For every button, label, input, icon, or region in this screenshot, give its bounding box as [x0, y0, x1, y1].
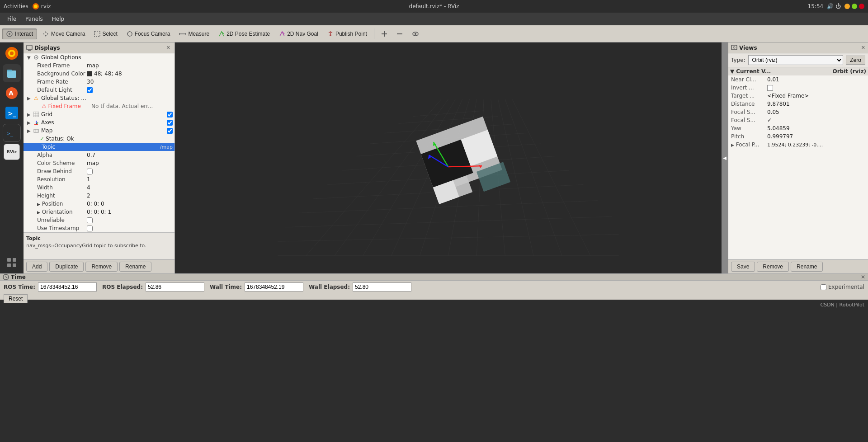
pose-estimate-button[interactable]: 2D Pose Estimate [214, 29, 274, 39]
bg-color-swatch[interactable] [87, 71, 92, 76]
time-header: Time ✕ [0, 274, 868, 281]
wall-time-input[interactable] [245, 282, 303, 292]
wall-elapsed-input[interactable] [353, 282, 411, 292]
viewport-3d[interactable] [175, 42, 722, 273]
dock-ubuntu-software[interactable]: A [3, 84, 21, 102]
global-status-label: Global Status: ... [41, 95, 173, 101]
dock-rviz[interactable]: RViz [4, 144, 20, 160]
fixed-frame-row: Fixed Frame map [24, 61, 175, 70]
window-controls[interactable] [844, 4, 864, 9]
views-save-button[interactable]: Save [731, 262, 755, 272]
svg-line-92 [6, 277, 7, 278]
select-icon [94, 31, 100, 37]
nav-goal-button[interactable]: 2D Nav Goal [275, 29, 322, 39]
current-view-header[interactable]: ▼ Current V... Orbit (rviz) [728, 67, 868, 75]
svg-text:A: A [9, 89, 14, 97]
publish-point-button[interactable]: Publish Point [323, 29, 371, 39]
map-checkbox[interactable] [167, 128, 173, 134]
default-light-checkbox[interactable] [87, 87, 93, 93]
global-options-label: Global Options [41, 54, 173, 61]
clock: 15:54 [808, 3, 824, 9]
topic-row[interactable]: Topic /map [24, 143, 175, 151]
use-timestamp-checkbox[interactable] [87, 226, 93, 231]
toolbar-minus-btn[interactable] [392, 29, 407, 39]
position-row: ▶ Position 0; 0; 0 [24, 200, 175, 208]
views-zero-btn[interactable]: Zero [846, 56, 865, 65]
focus-camera-button[interactable]: Focus Camera [123, 29, 175, 39]
invert-checkbox[interactable] [767, 85, 773, 91]
duplicate-button[interactable]: Duplicate [49, 262, 84, 272]
invert-row: Invert ... [728, 84, 868, 92]
views-rename-button[interactable]: Rename [791, 262, 823, 272]
rename-button[interactable]: Rename [119, 262, 151, 272]
svg-point-40 [36, 57, 37, 58]
menu-file[interactable]: File [4, 15, 20, 23]
interact-button[interactable]: Interact [2, 28, 37, 39]
views-type-select[interactable]: Orbit (rviz) FPS (rviz) Top-down Ortho (… [748, 55, 844, 65]
time-close-btn[interactable]: ✕ [861, 274, 865, 280]
global-status-row[interactable]: ▶ ⚠ Global Status: ... [24, 94, 175, 102]
close-btn[interactable] [859, 4, 864, 9]
grid-checkbox[interactable] [167, 112, 173, 118]
activities-label[interactable]: Activities [4, 3, 28, 9]
main-content: A >_ >_ RViz Displays ✕ ▼ Gl [0, 42, 868, 273]
svg-rect-25 [7, 71, 16, 78]
select-button[interactable]: Select [90, 29, 121, 39]
ros-elapsed-input[interactable] [146, 282, 204, 292]
menu-bar: File Panels Help [0, 13, 868, 25]
color-scheme-row: Color Scheme map [24, 159, 175, 167]
svg-point-24 [10, 52, 14, 55]
window-title: default.rviz* - RViz [409, 3, 459, 9]
resolution-row: Resolution 1 [24, 175, 175, 183]
svg-point-89 [733, 47, 735, 48]
unreliable-row: Unreliable [24, 216, 175, 224]
draw-behind-checkbox[interactable] [87, 169, 93, 174]
reset-button[interactable]: Reset [4, 294, 28, 303]
maximize-btn[interactable] [852, 4, 857, 9]
dock-firefox[interactable] [3, 44, 21, 62]
dock-files[interactable] [3, 64, 21, 82]
add-button[interactable]: Add [26, 262, 47, 272]
ros-time-input[interactable] [38, 282, 97, 292]
near-cl-row: Near Cl... 0.01 [728, 75, 868, 84]
menu-panels[interactable]: Panels [22, 15, 47, 23]
svg-point-15 [330, 34, 331, 36]
width-row: Width 4 [24, 183, 175, 192]
system-bar-left: Activities rviz [4, 3, 51, 10]
measure-button[interactable]: Measure [175, 28, 213, 39]
toolbar-eye-btn[interactable] [408, 28, 423, 39]
map-row[interactable]: ▶ Map [24, 127, 175, 135]
status-text: CSDN | RobotPilot [820, 302, 864, 308]
dock-grid-apps[interactable] [3, 254, 21, 272]
frame-rate-row: Frame Rate 30 [24, 78, 175, 86]
grid-row[interactable]: ▶ Grid [24, 110, 175, 118]
displays-close-btn[interactable]: ✕ [165, 44, 172, 52]
background-color-row: Background Color 48; 48; 48 [24, 70, 175, 78]
views-remove-button[interactable]: Remove [757, 262, 789, 272]
displays-panel: Displays ✕ ▼ Global Options Fixed Frame … [24, 42, 175, 273]
height-row: Height 2 [24, 192, 175, 200]
right-panel-collapse[interactable]: ◀ [722, 42, 728, 273]
menu-help[interactable]: Help [48, 15, 68, 23]
target-row: Target ... <Fixed Frame> [728, 92, 868, 100]
orientation-row: ▶ Orientation 0; 0; 0; 1 [24, 208, 175, 216]
svg-text:>_: >_ [7, 131, 14, 136]
pitch-row: Pitch 0.999797 [728, 132, 868, 141]
axes-checkbox[interactable] [167, 120, 173, 126]
global-options-expand[interactable]: ▼ [27, 55, 33, 60]
unreliable-checkbox[interactable] [87, 217, 93, 223]
default-light-row: Default Light [24, 86, 175, 94]
global-options-row[interactable]: ▼ Global Options [24, 53, 175, 61]
remove-button[interactable]: Remove [85, 262, 118, 272]
time-title: Time [11, 274, 26, 280]
axes-row[interactable]: ▶ Axes [24, 118, 175, 127]
experimental-checkbox[interactable] [821, 284, 826, 290]
global-status-expand[interactable]: ▶ [27, 96, 33, 101]
views-close-btn[interactable]: ✕ [861, 45, 865, 51]
dock-terminal[interactable]: >_ [3, 124, 21, 142]
focal-s1-row: Focal S... 0.05 [728, 108, 868, 116]
toolbar-plus-btn[interactable] [377, 29, 392, 39]
move-camera-button[interactable]: Move Camera [38, 28, 89, 39]
minimize-btn[interactable] [844, 4, 850, 9]
dock-vscode[interactable]: >_ [3, 104, 21, 122]
